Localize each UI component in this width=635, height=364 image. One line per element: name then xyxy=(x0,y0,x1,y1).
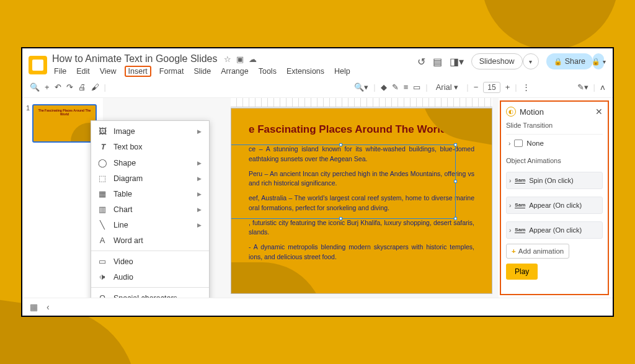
play-button[interactable]: Play xyxy=(506,264,538,280)
motion-panel: ✕ ◐Motion Slide Transition ›None Object … xyxy=(500,100,609,295)
object-animations-label: Object Animations xyxy=(506,157,603,164)
font-minus[interactable]: − xyxy=(474,82,479,92)
slide-p4[interactable]: , futuristic city featuring the iconic B… xyxy=(249,218,474,238)
font-size-input[interactable]: 15 xyxy=(483,82,500,93)
insert-table[interactable]: ▦Table▶ xyxy=(91,186,209,202)
toolbar: 🔍 + ↶ ↷ 🖨 🖌 | 🔍▾ | ◆ ✎ ≡ ▭ | Arial ▾ | −… xyxy=(22,78,613,98)
document-title[interactable]: How to Animate Text in Google Slides xyxy=(52,53,218,64)
redo-icon[interactable]: ↷ xyxy=(66,82,73,92)
insert-diagram[interactable]: ⬚Diagram▶ xyxy=(91,171,209,186)
animation-spin[interactable]: ›SamSpin (On click) xyxy=(506,172,603,189)
motion-icon: ◐ xyxy=(506,107,516,117)
insert-special-chars[interactable]: ΩSpecial characters xyxy=(91,290,209,298)
hide-menus-icon[interactable]: ʌ xyxy=(600,82,605,92)
meet-icon[interactable]: ◨▾ xyxy=(450,56,464,68)
add-animation-button[interactable]: Add animation xyxy=(506,244,569,259)
grid-view-icon[interactable]: ▦ xyxy=(30,302,38,312)
menu-edit[interactable]: Edit xyxy=(74,66,92,77)
menu-bar: File Edit View Insert Format Slide Arran… xyxy=(52,66,352,77)
slideshow-dropdown[interactable]: ▾ xyxy=(523,53,539,69)
move-icon[interactable]: ▣ xyxy=(236,55,244,64)
google-slides-app: How to Animate Text in Google Slides ☆ ▣… xyxy=(21,47,614,317)
insert-shape[interactable]: ◯Shape▶ xyxy=(91,155,209,171)
menu-file[interactable]: File xyxy=(52,66,68,77)
insert-audio[interactable]: 🕩Audio xyxy=(91,269,209,285)
border-color-icon[interactable]: ✎ xyxy=(392,82,399,92)
menu-arrange[interactable]: Arrange xyxy=(219,66,250,77)
menu-extensions[interactable]: Extensions xyxy=(285,66,326,77)
slideshow-button[interactable]: Slideshow xyxy=(471,53,523,69)
insert-video[interactable]: ▭Video xyxy=(91,254,209,269)
menu-help[interactable]: Help xyxy=(332,66,352,77)
slide-canvas[interactable]: e Fascinating Places Around The World ce… xyxy=(231,108,492,294)
menu-view[interactable]: View xyxy=(98,66,118,77)
search-icon[interactable]: 🔍 xyxy=(30,82,40,92)
menu-format[interactable]: Format xyxy=(158,66,186,77)
motion-title: Motion xyxy=(520,107,544,117)
insert-menu-dropdown: 🖼Image▶ 𝙏Text box ◯Shape▶ ⬚Diagram▶ ▦Tab… xyxy=(91,120,210,298)
menu-insert[interactable]: Insert xyxy=(125,66,151,77)
thumb-title: The Fascinating Places Around The World xyxy=(37,109,92,116)
selection-box[interactable] xyxy=(231,144,456,219)
title-bar: How to Animate Text in Google Slides ☆ ▣… xyxy=(22,48,613,78)
star-icon[interactable]: ☆ xyxy=(224,55,231,64)
paint-icon[interactable]: 🖌 xyxy=(91,82,99,92)
bottom-bar: ▦ ‹ xyxy=(22,298,613,316)
zoom-icon[interactable]: 🔍▾ xyxy=(354,82,368,92)
animation-appear-2[interactable]: ›SamAppear (On click) xyxy=(506,221,603,239)
comments-icon[interactable]: ▤ xyxy=(433,56,442,68)
menu-tools[interactable]: Tools xyxy=(257,66,278,77)
border-dash-icon[interactable]: ▭ xyxy=(413,82,420,92)
font-select[interactable]: Arial ▾ xyxy=(433,81,462,94)
slide-icon xyxy=(514,140,523,147)
prev-slide-icon[interactable]: ‹ xyxy=(47,302,50,312)
more-tools-icon[interactable]: ⋮ xyxy=(522,82,530,92)
slide-thumbnail-1[interactable]: The Fascinating Places Around The World xyxy=(32,104,97,143)
slide-transition-label: Slide Transition xyxy=(506,122,603,129)
print-icon[interactable]: 🖨 xyxy=(78,82,86,92)
close-icon[interactable]: ✕ xyxy=(595,107,603,117)
new-slide-icon[interactable]: + xyxy=(45,82,50,92)
menu-slide[interactable]: Slide xyxy=(192,66,213,77)
thumb-number: 1 xyxy=(26,104,30,112)
transition-none-row[interactable]: ›None xyxy=(506,134,603,152)
editing-mode-icon[interactable]: ✎▾ xyxy=(577,82,588,92)
undo-icon[interactable]: ↶ xyxy=(55,82,61,92)
workspace: 1 The Fascinating Places Around The Worl… xyxy=(22,98,613,298)
insert-chart[interactable]: ▥Chart▶ xyxy=(91,202,209,217)
fill-color-icon[interactable]: ◆ xyxy=(381,82,387,92)
share-button[interactable]: Share xyxy=(546,53,593,69)
border-weight-icon[interactable]: ≡ xyxy=(404,82,409,92)
cloud-icon[interactable]: ☁ xyxy=(249,55,257,64)
horizontal-ruler xyxy=(231,98,492,107)
share-dropdown[interactable]: ▾ xyxy=(593,53,604,69)
insert-wordart[interactable]: AWord art xyxy=(91,233,209,248)
animation-appear-1[interactable]: ›SamAppear (On click) xyxy=(506,197,603,214)
history-icon[interactable]: ↺ xyxy=(417,56,425,68)
insert-line[interactable]: ╲Line▶ xyxy=(91,217,209,233)
insert-textbox[interactable]: 𝙏Text box xyxy=(91,139,209,155)
insert-image[interactable]: 🖼Image▶ xyxy=(91,123,209,139)
slide-p5[interactable]: - A dynamic metropolis blending modern s… xyxy=(249,242,474,262)
font-plus[interactable]: + xyxy=(505,82,510,92)
slides-logo-icon xyxy=(29,56,47,74)
